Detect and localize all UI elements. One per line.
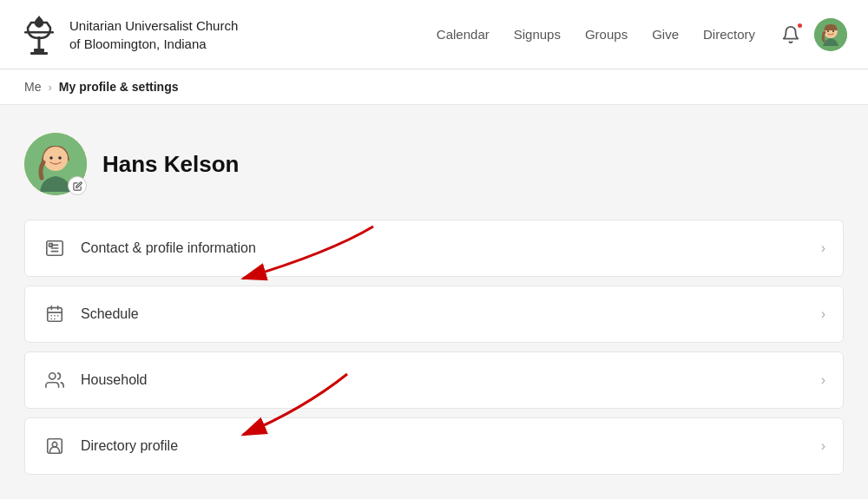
svg-point-11 (58, 156, 62, 160)
breadcrumb-separator: › (48, 81, 51, 94)
directory-profile-icon (43, 434, 67, 458)
household-icon (43, 368, 67, 392)
breadcrumb-home[interactable]: Me (24, 80, 41, 94)
schedule-chevron-icon: › (821, 306, 825, 322)
user-avatar[interactable] (814, 18, 847, 51)
nav-calendar[interactable]: Calendar (437, 27, 490, 42)
menu-list: Contact & profile information › Schedule (24, 220, 844, 483)
svg-point-27 (49, 373, 56, 379)
menu-item-household[interactable]: Household › (24, 351, 844, 409)
header: Unitarian Universalist Church of Bloomin… (0, 0, 868, 69)
nav-signups[interactable]: Signups (514, 27, 561, 42)
contact-icon (43, 236, 67, 260)
breadcrumb-current: My profile & settings (59, 80, 179, 94)
main-content: Hans Kelson Contact & profile informatio… (0, 105, 868, 499)
svg-point-9 (43, 147, 68, 171)
profile-header: Hans Kelson (24, 133, 844, 195)
svg-rect-3 (24, 31, 54, 34)
nav-icons (776, 18, 847, 51)
svg-point-10 (49, 156, 53, 160)
edit-avatar-button[interactable] (68, 176, 87, 195)
household-chevron-icon: › (821, 372, 825, 388)
contact-chevron-icon: › (821, 240, 825, 256)
nav-give[interactable]: Give (652, 27, 679, 42)
svg-rect-17 (49, 244, 53, 247)
user-avatar-icon (814, 18, 847, 51)
org-name: Unitarian Universalist Church of Bloomin… (69, 16, 238, 53)
notifications-button[interactable] (776, 20, 806, 49)
menu-item-schedule[interactable]: Schedule › (24, 286, 844, 343)
menu-item-contact-label: Contact & profile information (81, 240, 807, 256)
profile-name: Hans Kelson (102, 151, 240, 178)
nav-groups[interactable]: Groups (585, 27, 628, 42)
menu-item-schedule-label: Schedule (81, 306, 807, 322)
menu-item-directory[interactable]: Directory profile › (24, 417, 844, 475)
svg-rect-1 (30, 52, 48, 55)
logo-area: Unitarian Universalist Church of Bloomin… (21, 12, 238, 57)
svg-point-7 (832, 30, 834, 32)
nav-directory[interactable]: Directory (703, 27, 755, 42)
schedule-icon (43, 302, 67, 326)
breadcrumb: Me › My profile & settings (0, 69, 868, 105)
directory-chevron-icon: › (821, 438, 825, 454)
pencil-icon (73, 181, 82, 191)
notification-badge (796, 22, 804, 30)
menu-item-directory-label: Directory profile (81, 438, 807, 454)
profile-avatar (24, 133, 87, 195)
nav-links: Calendar Signups Groups Give Directory (437, 27, 755, 42)
menu-item-household-label: Household (81, 372, 807, 388)
svg-point-6 (827, 30, 829, 32)
menu-item-contact[interactable]: Contact & profile information › (24, 220, 844, 277)
org-logo-icon (21, 12, 57, 57)
